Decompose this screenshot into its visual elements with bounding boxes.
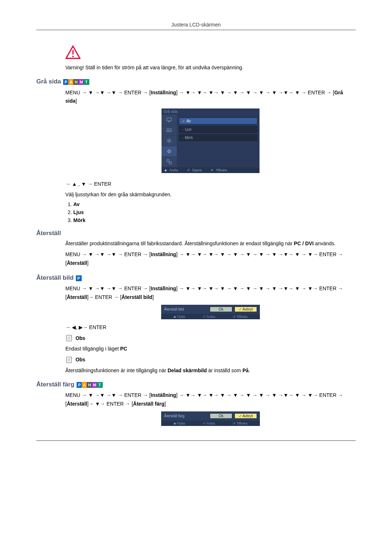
mode-badges: P (76, 274, 81, 282)
warning-icon (65, 45, 356, 61)
svg-rect-3 (167, 118, 171, 121)
badge-t: T (97, 382, 103, 388)
osd-footer: ◆ Ändra ⏎ Öppna ↺ Tillbaka (162, 167, 260, 173)
note-icon (65, 334, 73, 342)
dialog-footer: ◆ Flytta ⏎ Ändra ↺ Tillbaka (161, 314, 260, 319)
desc-reset: Återställer produktinställningarna till … (65, 240, 356, 247)
dialog-cancel-button: ✓ Avbryt (234, 307, 257, 312)
osd-main: ✓Av ▪Ljus ▪Mörk (177, 115, 260, 167)
options-gra: Av Ljus Mörk (65, 201, 356, 223)
mode-badges: PAHMT (64, 78, 89, 86)
dialog-reset-color: Återställ färg Ok ✓ Avbryt ◆ Flytta ⏎ Än… (161, 411, 260, 426)
note-1: Obs (65, 334, 356, 342)
dialog-ok-button: Ok (210, 307, 232, 312)
section-title: Återställ bild (36, 274, 74, 281)
osd-item-av: ✓Av (179, 118, 257, 124)
osd-tab-picture-icon (162, 125, 177, 136)
option-ljus: Ljus (73, 209, 356, 215)
nav-path-gra: MENU → ▼ →▼ →▼ → ENTER → [Inställning] →… (65, 89, 356, 106)
osd-tab-setup-icon (162, 146, 177, 157)
section-reset-heading: Återställ (36, 230, 356, 237)
warning-text: Varning! Ställ in tiden för ström på att… (65, 64, 356, 71)
osd-sidebar (162, 115, 177, 167)
svg-point-8 (168, 140, 170, 141)
section-reset-color-heading: Återställ färg PAHMT (36, 381, 356, 389)
svg-rect-11 (169, 162, 171, 164)
page-header: Justera LCD-skärmen (36, 22, 356, 30)
option-mork: Mörk (73, 217, 356, 223)
osd-item-ljus: ▪Ljus (179, 126, 257, 133)
svg-rect-10 (167, 160, 169, 162)
section-reset-pic-heading: Återställ bild P (36, 274, 356, 282)
mode-badges: PAHMT (77, 381, 102, 388)
page-title: Justera LCD-skärmen (171, 22, 221, 28)
osd-item-mork: ▪Mörk (179, 134, 257, 141)
dialog-title: Återställ bild (164, 307, 208, 311)
osd-title: Grå sida (162, 108, 260, 115)
badge-p: P (76, 275, 82, 281)
content: Varning! Ställ in tiden för ström på att… (65, 45, 356, 426)
osd-menu-gra: Grå sida ✓Av ▪Ljus ▪Mörk ◆ Ändra ⏎ Öppna… (162, 108, 260, 173)
note2-text: Återställningsfunktionen är inte tillgän… (65, 367, 356, 374)
nav-path-reset-pic: MENU → ▼ →▼ →▼ → ENTER → [Inställning] →… (65, 284, 356, 302)
nav-path-reset-color: MENU → ▼ →▼ →▼ → ENTER → [Inställning] →… (65, 391, 356, 409)
badge-t: T (83, 79, 89, 85)
osd-tab-input-icon (162, 115, 177, 125)
note-icon (65, 356, 73, 364)
section-gra-sida-heading: Grå sida PAHMT (36, 78, 356, 86)
note1-text: Endast tillgänglig i läget PC (65, 345, 356, 353)
svg-point-2 (72, 56, 74, 57)
section-title: Återställ (36, 230, 61, 237)
dialog-title: Återställ färg (164, 414, 208, 418)
svg-point-9 (168, 150, 170, 152)
nav-post-gra: → ▲ , ▼ → ENTER (65, 180, 356, 188)
footer-rule (36, 440, 356, 441)
dialog-ok-button: Ok (210, 413, 232, 419)
dialog-footer: ◆ Flytta ⏎ Ändra ↺ Tillbaka (161, 421, 260, 426)
osd-tab-multi-icon (162, 157, 177, 167)
dialog-cancel-button: ✓ Avbryt (234, 413, 257, 419)
note-2: Obs (65, 356, 356, 364)
osd-tab-sound-icon (162, 136, 177, 146)
dialog-reset-pic: Återställ bild Ok ✓ Avbryt ◆ Flytta ⏎ Än… (161, 305, 260, 319)
section-title: Grå sida (36, 78, 61, 85)
section-title: Återställ färg (36, 381, 74, 388)
nav-path-reset: MENU → ▼ →▼ →▼ → ENTER → [Inställning] →… (65, 250, 356, 268)
nav-post-reset-pic: → ◀, ▶→ ENTER (65, 324, 356, 331)
desc-gra: Välj ljusstyrkan för den gråa skärmbakgr… (65, 191, 356, 198)
option-av: Av (73, 201, 356, 207)
svg-rect-4 (168, 121, 170, 122)
